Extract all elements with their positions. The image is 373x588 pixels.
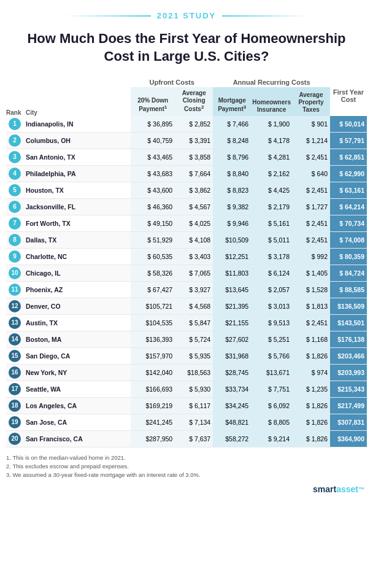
down-payment-cell: $287,950 — [131, 430, 175, 447]
rank-cell: 15 — [6, 347, 23, 364]
rank-badge: 12 — [9, 300, 21, 312]
closing-cost-cell: $ 4,567 — [175, 198, 213, 215]
rank-cell: 7 — [6, 215, 23, 231]
closing-cost-cell: $ 5,724 — [175, 331, 213, 347]
mortgage-cell: $21,395 — [213, 298, 251, 314]
tax-cell: $ 1,813 — [292, 298, 330, 314]
homeowners-cell: $ 2,057 — [251, 281, 292, 298]
closing-cost-cell: $ 3,862 — [175, 182, 213, 198]
closing-cost-cell: $ 3,858 — [175, 149, 213, 165]
down-payment-cell: $ 67,427 — [131, 281, 175, 298]
closing-cost-cell: $ 6,117 — [175, 397, 213, 414]
rank-badge: 18 — [9, 400, 21, 412]
rank-badge: 20 — [9, 433, 21, 445]
down-payment-cell: $ 43,600 — [131, 182, 175, 198]
homeowners-cell: $ 6,092 — [251, 397, 292, 414]
table-row: 17 Seattle, WA $166,693 $ 5,930 $33,734 … — [6, 381, 367, 397]
homeowners-cell: $ 3,013 — [251, 298, 292, 314]
closing-cost-cell: $ 3,403 — [175, 248, 213, 265]
rank-badge: 5 — [9, 184, 21, 196]
down-payment-cell: $ 36,895 — [131, 116, 175, 133]
down-payment-cell: $241,245 — [131, 414, 175, 430]
city-cell: San Antonio, TX — [23, 149, 131, 165]
first-year-cell: $ 62,851 — [330, 149, 367, 165]
city-cell: Denver, CO — [23, 298, 131, 314]
rank-badge: 3 — [9, 151, 21, 163]
homeowners-cell: $ 5,766 — [251, 347, 292, 364]
mortgage-cell: $11,803 — [213, 265, 251, 281]
rank-cell: 10 — [6, 265, 23, 281]
closing-cost-cell: $ 4,568 — [175, 298, 213, 314]
down-payment-cell: $ 49,150 — [131, 215, 175, 231]
first-year-cell: $ 57,791 — [330, 132, 367, 149]
header-upfront-costs: Upfront Costs — [131, 76, 213, 87]
mortgage-cell: $ 9,946 — [213, 215, 251, 231]
first-year-cell: $307,831 — [330, 414, 367, 430]
homeowners-cell: $ 1,900 — [251, 116, 292, 133]
mortgage-cell: $28,745 — [213, 364, 251, 381]
rank-badge: 13 — [9, 317, 21, 329]
down-payment-cell: $ 43,683 — [131, 165, 175, 182]
down-payment-cell: $ 58,326 — [131, 265, 175, 281]
down-payment-cell: $ 46,360 — [131, 198, 175, 215]
closing-cost-cell: $ 4,108 — [175, 231, 213, 248]
tax-cell: $ 1,826 — [292, 347, 330, 364]
rank-cell: 20 — [6, 430, 23, 447]
first-year-cell: $176,138 — [330, 331, 367, 347]
homeowners-cell: $ 4,425 — [251, 182, 292, 198]
homeowners-cell: $ 9,214 — [251, 430, 292, 447]
tax-cell: $ 2,451 — [292, 314, 330, 331]
study-banner: 2021 STUDY — [0, 0, 373, 25]
down-payment-cell: $157,970 — [131, 347, 175, 364]
city-cell: San Diego, CA — [23, 347, 131, 364]
rank-badge: 19 — [9, 416, 21, 428]
data-table: Rank City Upfront Costs Annual Recurring… — [6, 76, 367, 447]
rank-cell: 19 — [6, 414, 23, 430]
rank-badge: 14 — [9, 333, 21, 346]
rank-cell: 16 — [6, 364, 23, 381]
rank-cell: 3 — [6, 149, 23, 165]
tax-cell: $ 1,235 — [292, 381, 330, 397]
table-row: 20 San Francisco, CA $287,950 $ 7,637 $5… — [6, 430, 367, 447]
rank-badge: 2 — [9, 134, 21, 147]
rank-badge: 10 — [9, 267, 21, 279]
logo-asset: asset — [336, 484, 358, 494]
rank-cell: 5 — [6, 182, 23, 198]
first-year-cell: $ 80,359 — [330, 248, 367, 265]
footnote-2: 2. This excludes escrow and prepaid expe… — [6, 462, 367, 471]
mortgage-cell: $ 8,796 — [213, 149, 251, 165]
city-cell: New York, NY — [23, 364, 131, 381]
homeowners-cell: $ 3,178 — [251, 248, 292, 265]
city-cell: Dallas, TX — [23, 231, 131, 248]
mortgage-cell: $ 8,823 — [213, 182, 251, 198]
city-cell: Los Angeles, CA — [23, 397, 131, 414]
down-payment-cell: $166,693 — [131, 381, 175, 397]
closing-cost-cell: $ 7,134 — [175, 414, 213, 430]
rank-badge: 8 — [9, 234, 21, 246]
down-payment-cell: $105,721 — [131, 298, 175, 314]
table-body: 1 Indianapolis, IN $ 36,895 $ 2,852 $ 7,… — [6, 116, 367, 447]
logo-row: smart asset ™ — [0, 482, 373, 498]
page: 2021 STUDY How Much Does the First Year … — [0, 0, 373, 510]
city-cell: Philadelphia, PA — [23, 165, 131, 182]
homeowners-cell: $ 7,751 — [251, 381, 292, 397]
homeowners-cell: $ 9,513 — [251, 314, 292, 331]
rank-badge: 17 — [9, 383, 21, 395]
homeowners-cell: $ 4,178 — [251, 132, 292, 149]
first-year-cell: $ 70,734 — [330, 215, 367, 231]
first-year-cell: $217,499 — [330, 397, 367, 414]
first-year-cell: $ 88,585 — [330, 281, 367, 298]
footnote-3: 3. We assumed a 30-year fixed-rate mortg… — [6, 471, 367, 479]
city-cell: Charlotte, NC — [23, 248, 131, 265]
table-row: 6 Jacksonville, FL $ 46,360 $ 4,567 $ 9,… — [6, 198, 367, 215]
mortgage-cell: $34,245 — [213, 397, 251, 414]
down-payment-cell: $142,040 — [131, 364, 175, 381]
closing-cost-cell: $ 7,065 — [175, 265, 213, 281]
closing-cost-cell: $ 5,935 — [175, 347, 213, 364]
city-cell: Austin, TX — [23, 314, 131, 331]
city-cell: San Jose, CA — [23, 414, 131, 430]
first-year-cell: $ 50,014 — [330, 116, 367, 133]
mortgage-cell: $13,645 — [213, 281, 251, 298]
homeowners-cell: $ 2,179 — [251, 198, 292, 215]
closing-cost-cell: $ 5,930 — [175, 381, 213, 397]
